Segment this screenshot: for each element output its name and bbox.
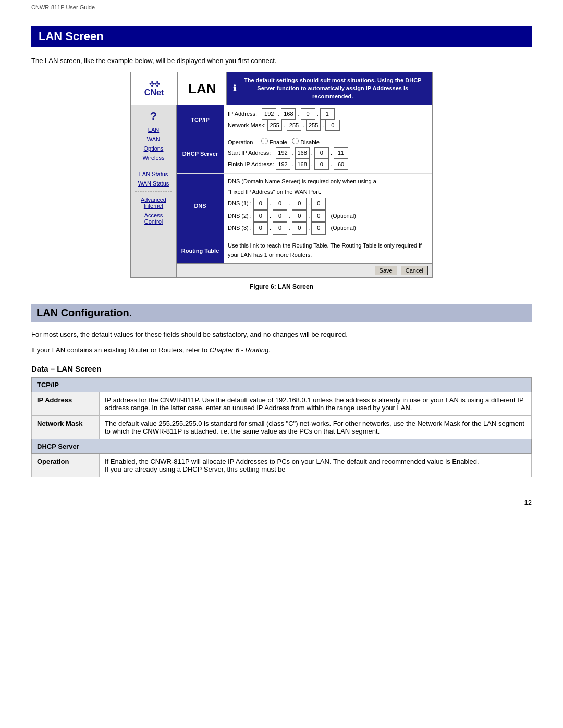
- ip-field-3[interactable]: 0: [301, 108, 315, 120]
- dns3-f1[interactable]: 0: [253, 222, 268, 235]
- nav-link-lan[interactable]: LAN: [131, 125, 176, 134]
- mask-field-4[interactable]: 0: [325, 120, 340, 131]
- dns2-f4[interactable]: 0: [311, 210, 326, 223]
- nav-link-lan-status[interactable]: LAN Status: [131, 169, 176, 179]
- lan-config-title: LAN Configuration.: [31, 304, 532, 322]
- ip-address-field-label: IP Address: [32, 392, 100, 416]
- ip-field-4[interactable]: 1: [320, 108, 335, 120]
- routing-label: Routing Table: [177, 238, 224, 263]
- operation-line: Operation Enable Disable: [228, 138, 428, 147]
- save-button[interactable]: Save: [375, 266, 397, 275]
- mask-field-1[interactable]: 255: [267, 120, 282, 131]
- nav-link-wan-status[interactable]: WAN Status: [131, 179, 176, 188]
- network-mask-field-label: Network Mask: [32, 416, 100, 439]
- routing-row: Routing Table Use this link to reach the…: [177, 238, 432, 263]
- cancel-button[interactable]: Cancel: [401, 266, 428, 275]
- finish-ip-1[interactable]: 192: [276, 159, 290, 170]
- tcpip-row: TCP/IP IP Address: 192 . 168 . 0 . 1 Net…: [177, 105, 432, 134]
- start-ip-4[interactable]: 11: [334, 147, 348, 159]
- tcpip-group-label: TCP/IP: [32, 378, 532, 392]
- dns1-line: DNS (1) : 0 . 0 . 0 . 0: [228, 198, 428, 210]
- dns2-f2[interactable]: 0: [273, 210, 287, 223]
- doc-header: CNWR-811P User Guide: [0, 0, 563, 15]
- dns1-f3[interactable]: 0: [292, 198, 307, 210]
- dhcp-group-label: DHCP Server: [32, 439, 532, 454]
- dhcp-content: Operation Enable Disable Start IP Addres…: [224, 134, 432, 173]
- data-table-title: Data – LAN Screen: [31, 364, 532, 373]
- intro-text: The LAN screen, like the example below, …: [31, 57, 532, 65]
- logo-crosses: ✣✣: [149, 80, 160, 88]
- ip-field-2[interactable]: 168: [281, 108, 296, 120]
- dns-content: DNS (Domain Name Server) is required onl…: [224, 174, 432, 238]
- mockup-notice: ℹ The default settings should suit most …: [227, 72, 432, 105]
- dns3-line: DNS (3) : 0 . 0 . 0 . 0 (Optional): [228, 222, 428, 235]
- ip-address-line: IP Address: 192 . 168 . 0 . 1: [228, 108, 428, 120]
- ip-address-row: IP Address IP address for the CNWR-811P.…: [32, 392, 532, 416]
- ip-field-1[interactable]: 192: [262, 108, 276, 120]
- network-mask-desc: The default value 255.255.255.0 is stand…: [100, 416, 532, 439]
- data-table: TCP/IP IP Address IP address for the CNW…: [31, 377, 532, 477]
- nav-link-wireless[interactable]: Wireless: [131, 153, 176, 163]
- finish-ip-line: Finish IP Address: 192 . 168 . 0 . 60: [228, 159, 428, 170]
- mask-field-3[interactable]: 255: [306, 120, 321, 131]
- finish-ip-2[interactable]: 168: [295, 159, 310, 170]
- guide-title: CNWR-811P User Guide: [31, 4, 95, 10]
- nav-link-options[interactable]: Options: [131, 144, 176, 153]
- bottom-line: 12: [31, 493, 532, 499]
- finish-ip-3[interactable]: 0: [314, 159, 329, 170]
- operation-desc-1: If Enabled, the CNWR-811P will allocate …: [105, 458, 526, 465]
- page-number: 12: [524, 499, 532, 507]
- network-mask-row: Network Mask The default value 255.255.2…: [32, 416, 532, 439]
- logo-brand: CNet: [144, 88, 164, 97]
- nav-link-access[interactable]: AccessControl: [131, 211, 176, 226]
- tcpip-content: IP Address: 192 . 168 . 0 . 1 Network Ma…: [224, 105, 432, 134]
- operation-field-label: Operation: [32, 454, 100, 477]
- nav-question: ?: [131, 109, 176, 123]
- cnet-logo: ✣✣ CNet: [131, 72, 178, 105]
- operation-desc: If Enabled, the CNWR-811P will allocate …: [100, 454, 532, 477]
- tcpip-label: TCP/IP: [177, 105, 224, 134]
- dns-label: DNS: [177, 174, 224, 238]
- dns-row: DNS DNS (Domain Name Server) is required…: [177, 174, 432, 238]
- start-ip-1[interactable]: 192: [276, 147, 290, 159]
- mockup-footer: Save Cancel: [177, 263, 432, 277]
- dns3-f4[interactable]: 0: [311, 222, 326, 235]
- dns1-f2[interactable]: 0: [273, 198, 287, 210]
- mockup-body: ? LAN WAN Options Wireless LAN Status WA…: [131, 105, 432, 277]
- nav-link-wan[interactable]: WAN: [131, 134, 176, 144]
- dhcp-row: DHCP Server Operation Enable Disable Sta…: [177, 134, 432, 174]
- dns-desc: DNS (Domain Name Server) is required onl…: [228, 177, 428, 198]
- dhcp-label: DHCP Server: [177, 134, 224, 173]
- lan-screen-title: LAN Screen: [31, 26, 532, 47]
- finish-ip-4[interactable]: 60: [334, 159, 348, 170]
- disable-radio[interactable]: [292, 138, 299, 144]
- nav-divider-2: [135, 191, 172, 192]
- config-para1: For most users, the default values for t…: [31, 329, 532, 340]
- tcpip-group-header: TCP/IP: [32, 378, 532, 392]
- operation-row: Operation If Enabled, the CNWR-811P will…: [32, 454, 532, 477]
- figure-caption: Figure 6: LAN Screen: [31, 283, 532, 290]
- dhcp-group-header: DHCP Server: [32, 439, 532, 454]
- dns1-f4[interactable]: 0: [311, 198, 326, 210]
- ip-address-desc: IP address for the CNWR-811P. Use the de…: [100, 392, 532, 416]
- start-ip-line: Start IP Address: 192 . 168 . 0 . 11: [228, 147, 428, 159]
- mockup-nav: ? LAN WAN Options Wireless LAN Status WA…: [131, 105, 177, 277]
- nav-divider: [135, 166, 172, 166]
- notice-text: The default settings should suit most si…: [239, 77, 426, 101]
- dns1-f1[interactable]: 0: [253, 198, 268, 210]
- dns3-f2[interactable]: 0: [273, 222, 287, 235]
- nav-link-advanced[interactable]: AdvancedInternet: [131, 195, 176, 211]
- dns2-f3[interactable]: 0: [292, 210, 307, 223]
- mask-line: Network Mask: 255 . 255 . 255 . 0: [228, 120, 428, 131]
- info-icon: ℹ: [233, 83, 236, 94]
- operation-desc-2: If you are already using a DHCP Server, …: [105, 465, 526, 473]
- mask-field-2[interactable]: 255: [287, 120, 301, 131]
- start-ip-2[interactable]: 168: [295, 147, 310, 159]
- enable-radio[interactable]: [261, 138, 268, 144]
- dns3-f3[interactable]: 0: [292, 222, 307, 235]
- mockup-header: ✣✣ CNet LAN ℹ The default settings shoul…: [131, 72, 432, 105]
- router-mockup: ✣✣ CNet LAN ℹ The default settings shoul…: [130, 72, 433, 278]
- mockup-main: TCP/IP IP Address: 192 . 168 . 0 . 1 Net…: [177, 105, 432, 277]
- dns2-f1[interactable]: 0: [253, 210, 268, 223]
- start-ip-3[interactable]: 0: [314, 147, 329, 159]
